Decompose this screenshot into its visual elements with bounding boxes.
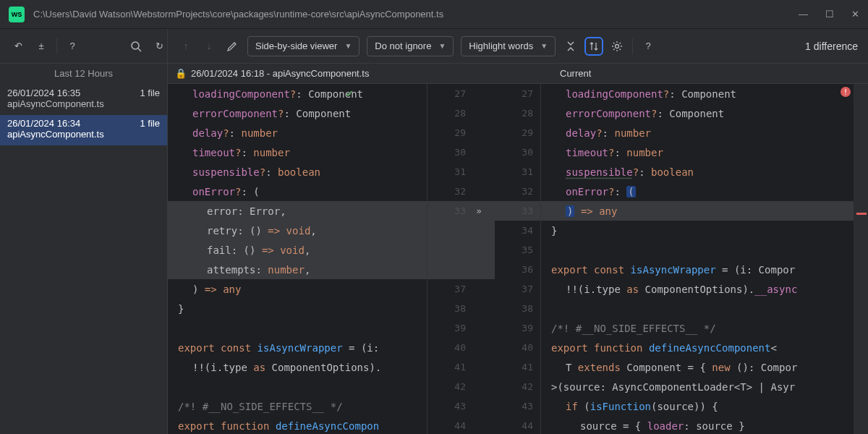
code-line: ) => any xyxy=(168,279,427,299)
mid-gutter-cell xyxy=(473,142,495,162)
viewer-mode-dropdown[interactable]: Side-by-side viewer ▼ xyxy=(247,36,359,56)
mid-gutter-cell xyxy=(473,84,495,103)
svg-line-1 xyxy=(138,48,141,51)
checkmark-icon: ✔ xyxy=(346,88,354,99)
help-icon[interactable]: ? xyxy=(64,38,80,54)
code-line: !!(i.type as ComponentOptions). xyxy=(168,357,427,377)
mid-gutter-cell xyxy=(473,260,495,279)
mid-gutter-cell xyxy=(473,299,495,318)
code-line xyxy=(168,377,427,396)
gutter-line: 36 xyxy=(427,260,473,279)
maximize-icon[interactable]: ☐ xyxy=(825,9,834,20)
error-stripe[interactable] xyxy=(854,84,868,434)
code-line: /*! #__NO_SIDE_EFFECTS__ */ xyxy=(541,318,854,338)
right-code-pane[interactable]: ! loadingComponent?: ComponenterrorCompo… xyxy=(541,84,854,434)
undo-icon[interactable]: ↶ xyxy=(10,38,26,54)
mid-gutter-cell[interactable]: » xyxy=(473,201,495,221)
chevron-down-icon: ▼ xyxy=(540,42,548,50)
gutter-line: 30 xyxy=(427,142,473,162)
window-controls: — ☐ ✕ xyxy=(799,9,859,20)
gutter-line: 33 xyxy=(427,201,473,221)
gutter-line: 40 xyxy=(495,338,540,357)
gutter-line: 38 xyxy=(427,299,473,318)
gutter-line: 42 xyxy=(427,377,473,396)
code-line: timeout?: number xyxy=(541,142,854,162)
code-line: ) => any xyxy=(541,201,854,221)
settings-icon[interactable] xyxy=(609,38,625,54)
mid-gutter: » xyxy=(473,84,495,434)
gutter-line: 28 xyxy=(495,103,540,123)
refresh-icon[interactable]: ↻ xyxy=(151,38,167,54)
help-icon[interactable]: ? xyxy=(640,38,656,54)
code-line: } xyxy=(541,221,854,240)
gutter-line: 40 xyxy=(427,338,473,357)
close-icon[interactable]: ✕ xyxy=(851,9,859,20)
history-toolbar: ↶ ± ? ↻ xyxy=(0,29,168,63)
code-line xyxy=(541,240,854,260)
diff-header: 🔒 26/01/2024 16:18 - apiAsyncComponent.t… xyxy=(168,64,868,84)
collapse-icon[interactable] xyxy=(563,38,579,54)
code-line: export function defineAsyncComponent< xyxy=(541,338,854,357)
gutter-line: 35 xyxy=(495,240,540,260)
edit-icon[interactable] xyxy=(224,38,240,54)
code-line: timeout?: number xyxy=(168,142,427,162)
code-line: delay?: number xyxy=(541,123,854,142)
mid-gutter-cell xyxy=(473,279,495,299)
code-line: fail: () => void, xyxy=(168,240,427,260)
code-line: errorComponent?: Component xyxy=(168,103,427,123)
svg-point-0 xyxy=(132,42,139,49)
lock-icon: 🔒 xyxy=(175,68,187,79)
mid-gutter-cell xyxy=(473,318,495,338)
gutter-line: 32 xyxy=(427,182,473,201)
gutter-line: 34 xyxy=(427,221,473,240)
diff-count: 1 difference xyxy=(805,41,858,52)
gutter-line: 28 xyxy=(427,103,473,123)
error-badge-icon[interactable]: ! xyxy=(841,87,851,97)
revision-item[interactable]: 26/01/2024 16:341 fileapiAsyncComponent.… xyxy=(0,115,167,145)
titlebar: WS C:\Users\David Watson\WebstormProject… xyxy=(0,0,868,29)
mid-gutter-cell xyxy=(473,377,495,396)
gutter-line: 31 xyxy=(427,162,473,182)
next-diff-icon[interactable]: ↓ xyxy=(201,38,217,54)
toolbar: ↶ ± ? ↻ ↑ ↓ Side-by-side viewer ▼ Do not… xyxy=(0,29,868,64)
search-icon[interactable] xyxy=(128,38,144,54)
apply-chunk-icon: » xyxy=(476,206,484,216)
mid-gutter-cell xyxy=(473,416,495,434)
highlight-mode-dropdown[interactable]: Highlight words ▼ xyxy=(461,36,556,56)
gutter-line: 44 xyxy=(427,416,473,434)
ignore-mode-dropdown[interactable]: Do not ignore ▼ xyxy=(367,36,454,56)
sync-scroll-icon[interactable] xyxy=(586,38,602,54)
left-gutter: 272829303132333435363738394041424344 xyxy=(427,84,473,434)
diff-icon[interactable]: ± xyxy=(33,38,49,54)
diff-panes: ✔ loadingComponent?: ComponenterrorCompo… xyxy=(168,84,868,434)
gutter-line: 41 xyxy=(495,357,540,377)
gutter-line: 39 xyxy=(427,318,473,338)
viewer-mode-label: Side-by-side viewer xyxy=(255,41,337,51)
code-line: error: Error, xyxy=(168,201,427,221)
gutter-line: 35 xyxy=(427,240,473,260)
code-line xyxy=(541,299,854,318)
gutter-line: 38 xyxy=(495,299,540,318)
code-line: errorComponent?: Component xyxy=(541,103,854,123)
mid-gutter-cell xyxy=(473,357,495,377)
right-pane-title: Current xyxy=(560,68,591,79)
code-line: loadingComponent?: Component xyxy=(541,84,854,103)
gutter-line: 34 xyxy=(495,221,540,240)
left-code-pane[interactable]: loadingComponent?: ComponenterrorCompone… xyxy=(168,84,427,434)
error-marker[interactable] xyxy=(856,213,867,215)
revision-item[interactable]: 26/01/2024 16:351 fileapiAsyncComponent.… xyxy=(0,85,167,115)
history-heading: Last 12 Hours xyxy=(0,64,167,85)
code-line: onError?: ( xyxy=(541,182,854,201)
minimize-icon[interactable]: — xyxy=(799,9,808,20)
code-line xyxy=(168,318,427,338)
chevron-down-icon: ▼ xyxy=(344,42,352,50)
highlight-mode-label: Highlight words xyxy=(469,41,533,51)
window-path: C:\Users\David Watson\WebstormProjects\c… xyxy=(33,9,799,20)
code-line: delay?: number xyxy=(168,123,427,142)
prev-diff-icon[interactable]: ↑ xyxy=(178,38,194,54)
mid-gutter-cell xyxy=(473,338,495,357)
diff-toolbar: ↑ ↓ Side-by-side viewer ▼ Do not ignore … xyxy=(168,36,868,56)
gutter-line: 39 xyxy=(495,318,540,338)
diff-area: 🔒 26/01/2024 16:18 - apiAsyncComponent.t… xyxy=(168,64,868,434)
gutter-line: 43 xyxy=(427,396,473,416)
